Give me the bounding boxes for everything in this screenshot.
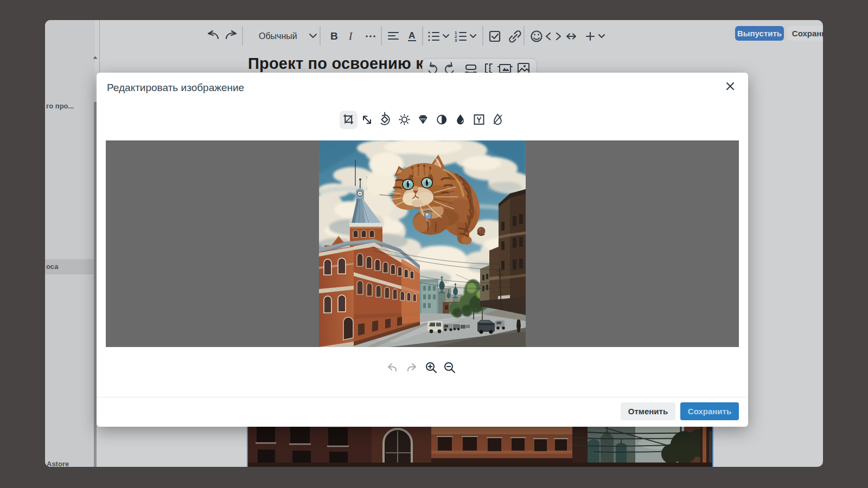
svg-text:B: B bbox=[330, 30, 338, 42]
svg-text:3: 3 bbox=[455, 38, 457, 43]
svg-text:A: A bbox=[409, 30, 415, 41]
svg-text:Обычный: Обычный bbox=[259, 31, 297, 41]
svg-text:I: I bbox=[348, 30, 353, 42]
